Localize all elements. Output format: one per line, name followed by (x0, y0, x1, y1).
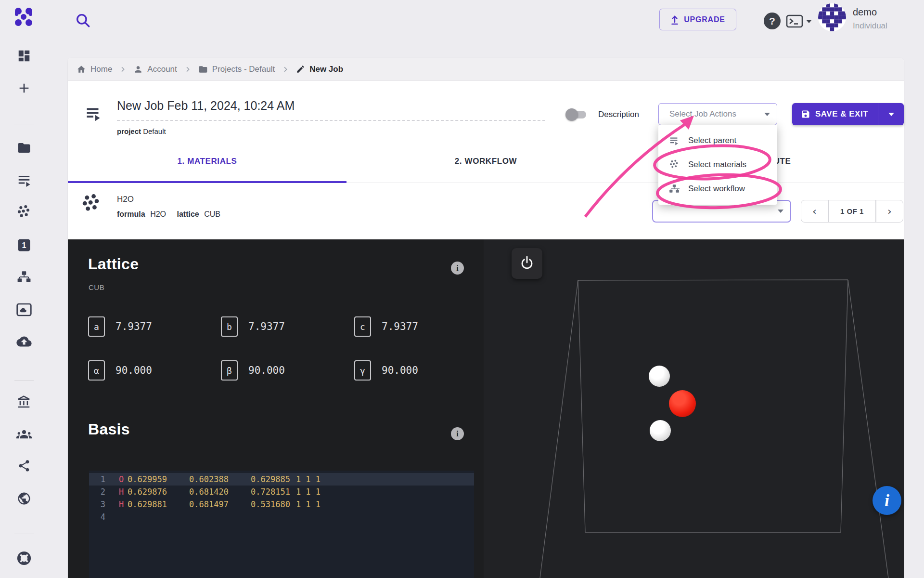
sidebar-item-create-new[interactable] (16, 80, 32, 96)
upgrade-button[interactable]: UPGRADE (659, 9, 736, 30)
menu-item-select-parent[interactable]: Select parent (658, 129, 777, 153)
sidebar-item-projects[interactable] (16, 140, 32, 156)
breadcrumb-label: New Job (309, 65, 343, 74)
sidebar-item-cloud-upload[interactable] (16, 333, 32, 350)
param-label-box: β (221, 360, 238, 381)
share-icon (17, 459, 31, 473)
constraint-flags: 1 1 1 (296, 487, 321, 497)
sidebar-divider (14, 380, 34, 381)
save-exit-button[interactable]: SAVE & EXIT (792, 103, 904, 125)
lattice-info-icon[interactable]: i (451, 262, 464, 275)
material-pagination: ‹ 1 OF 1 › (801, 200, 903, 223)
breadcrumb-account[interactable]: Account (133, 65, 177, 74)
select-workflow-icon (669, 184, 680, 194)
lattice-type: CUB (89, 283, 104, 291)
job-hierarchy-icon[interactable] (85, 105, 102, 122)
material-atoms-icon (81, 194, 102, 215)
dashboard-icon (17, 49, 31, 63)
next-page-button[interactable]: › (876, 200, 903, 223)
atom-hydrogen-2 (650, 420, 671, 441)
coord-y: 0.681497 (189, 499, 251, 509)
lattice-param-alpha: α 90.000 (88, 360, 152, 381)
user-role: Individual (853, 21, 887, 31)
lattice-param-c: c 7.9377 (354, 316, 418, 337)
console-menu-button[interactable] (786, 14, 812, 28)
sidebar-item-jobs-counter[interactable]: 1 (16, 237, 32, 253)
select-parent-icon (669, 135, 680, 146)
toggle-knob (565, 108, 578, 121)
formula-value: H2O (150, 210, 166, 218)
line-number: 3 (89, 499, 106, 509)
project-label: project (117, 127, 141, 135)
job-actions-placeholder: Select Job Actions (669, 109, 736, 119)
basis-line[interactable]: 4 (89, 511, 474, 523)
select-materials-icon (669, 159, 680, 170)
basis-line[interactable]: 1 O 0.629959 0.602388 0.629885 1 1 1 (89, 473, 474, 486)
jobs-list-icon (17, 173, 31, 188)
chevron-down-icon (806, 20, 812, 23)
param-label-box: c (354, 316, 371, 337)
title-underline (117, 120, 545, 121)
basis-line[interactable]: 3 H 0.629881 0.681497 0.531680 1 1 1 (89, 498, 474, 511)
menu-item-select-workflow[interactable]: Select workflow (658, 177, 777, 201)
mat3ra-logo-icon[interactable] (13, 6, 34, 27)
param-label-box: a (88, 316, 105, 337)
atom-oxygen (669, 390, 696, 417)
sidebar-item-web[interactable] (16, 490, 32, 507)
param-value: 7.9377 (248, 321, 285, 332)
lattice-param-gamma: γ 90.000 (354, 360, 418, 381)
coord-x: 0.629876 (128, 487, 189, 497)
viewer-info-button[interactable]: i (873, 486, 901, 515)
sidebar-item-workflows[interactable] (16, 269, 32, 285)
lattice-param-a: a 7.9377 (88, 316, 152, 337)
prev-page-button[interactable]: ‹ (801, 200, 828, 223)
breadcrumb-home[interactable]: Home (77, 65, 112, 74)
page-indicator: 1 OF 1 (828, 200, 876, 223)
job-actions-select[interactable]: Select Job Actions (658, 103, 777, 125)
constraint-flags: 1 1 1 (296, 474, 321, 484)
help-icon[interactable]: ? (764, 13, 781, 29)
globe-icon (17, 491, 31, 506)
basis-info-icon[interactable]: i (451, 427, 464, 440)
save-options-caret[interactable] (878, 113, 904, 116)
tab-workflow[interactable]: 2. WORKFLOW (346, 140, 625, 183)
sidebar-item-jobs[interactable] (16, 172, 32, 189)
breadcrumb-projects[interactable]: Projects - Default (198, 65, 275, 74)
material-name: H2O (117, 195, 134, 204)
chevron-down-icon (888, 113, 894, 116)
breadcrumb-label: Projects - Default (212, 65, 275, 74)
plus-icon (16, 80, 32, 96)
sidebar-item-images[interactable] (16, 302, 32, 318)
sidebar-item-materials[interactable] (16, 204, 32, 221)
chevron-down-icon (764, 113, 770, 116)
description-toggle[interactable] (567, 111, 586, 118)
menu-item-select-materials[interactable]: Select materials (658, 153, 777, 177)
param-label-box: α (88, 360, 105, 381)
sidebar-item-share[interactable] (16, 458, 32, 474)
sidebar-item-teams[interactable] (16, 426, 32, 442)
tab-materials[interactable]: 1. MATERIALS (68, 140, 346, 183)
project-line: project Default (117, 127, 166, 135)
breadcrumb: Home Account Projects - Default New Job (68, 58, 904, 81)
basis-editor[interactable]: 1 O 0.629959 0.602388 0.629885 1 1 1 2 H… (89, 471, 474, 578)
element-symbol: O (106, 474, 128, 484)
job-title[interactable]: New Job Feb 11, 2024, 10:24 AM (117, 99, 295, 113)
menu-item-label: Select parent (688, 136, 736, 145)
chevron-down-icon (778, 210, 783, 213)
param-value: 90.000 (248, 365, 285, 376)
sidebar-item-support[interactable] (16, 550, 32, 566)
upgrade-label: UPGRADE (684, 15, 725, 24)
basis-line[interactable]: 2 H 0.629876 0.681420 0.728151 1 1 1 (89, 486, 474, 498)
sidebar-item-organization[interactable] (16, 394, 32, 410)
sidebar-item-dashboard[interactable] (16, 48, 32, 64)
avatar[interactable] (818, 3, 846, 31)
constraint-flags: 1 1 1 (296, 499, 321, 509)
menu-item-label: Select workflow (688, 184, 745, 194)
coord-z: 0.629885 (251, 474, 290, 484)
counter-1-icon: 1 (17, 238, 31, 252)
image-cloud-icon (16, 303, 32, 316)
search-icon[interactable] (75, 12, 91, 28)
menu-item-label: Select materials (688, 160, 746, 170)
people-icon (16, 428, 32, 440)
person-icon (133, 65, 143, 74)
